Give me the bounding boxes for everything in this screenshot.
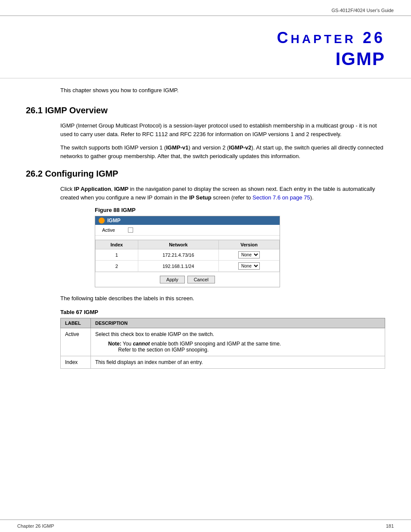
igmp-row1-index: 1 [96, 249, 138, 261]
chapter-label: CHAPTER 26 [26, 29, 385, 47]
igmp-col-version: Version [219, 240, 280, 249]
igmp-active-row: Active [95, 225, 280, 236]
desc-col-label: LABEL [61, 318, 91, 328]
page-header: GS-4012F/4024 User's Guide [0, 0, 411, 16]
igmp-active-checkbox[interactable] [128, 227, 133, 233]
note-bold: Note: [108, 341, 121, 347]
igmp-row-1: 1 172.21.4.73/16 None v1 v2 [96, 249, 280, 261]
desc-index-desc: This field displays an index number of a… [91, 356, 385, 368]
igmp-tab-label: IGMP [107, 218, 121, 224]
table-label: Table 67 IGMP [60, 309, 385, 315]
footer-left: Chapter 26 IGMP [17, 523, 54, 529]
para1-end2: screen (refer to [212, 194, 252, 201]
desc-active-desc: Select this check box to enable IGMP on … [91, 328, 385, 356]
section1-igmp-v1: IGMP-v1 [166, 144, 188, 151]
igmp-row1-version: None v1 v2 [219, 249, 280, 261]
section2-para1: Click IP Application, IGMP in the naviga… [60, 185, 385, 202]
apply-button[interactable]: Apply [160, 276, 185, 283]
igmp-row2-version: None v1 v2 [219, 261, 280, 272]
cancel-button[interactable]: Cancel [187, 276, 215, 283]
page: GS-4012F/4024 User's Guide CHAPTER 26 IG… [0, 0, 411, 532]
para1-start: Click [60, 186, 74, 192]
main-content: This chapter shows you how to configure … [0, 87, 411, 395]
desc-row-active: Active Select this check box to enable I… [61, 328, 385, 356]
desc-row-index: Index This field displays an index numbe… [61, 356, 385, 368]
section-link[interactable]: Section 7.6 on page 75 [252, 194, 310, 201]
section1-body: IGMP (Internet Group Multicast Protocol)… [60, 121, 385, 160]
description-table: LABEL DESCRIPTION Active Select this che… [60, 318, 385, 369]
chapter-word: CHAPTER 26 [277, 29, 385, 47]
figure-label: Figure 88 IGMP [95, 207, 385, 213]
section1-igmp-v2: IGMP-v2 [229, 144, 251, 151]
igmp-screen-header: IGMP [95, 216, 280, 225]
igmp-row2-index: 2 [96, 261, 138, 272]
igmp-data-table: Index Network Version 1 172.21.4.73/16 N… [95, 240, 280, 272]
igmp-spacer [95, 236, 280, 240]
section1-para2-mid: ) and version 2 ( [188, 144, 229, 151]
desc-active-label: Active [61, 328, 91, 356]
igmp-tab-icon [99, 218, 105, 224]
footer-right: 181 [386, 523, 394, 529]
para1-bold3: IP Setup [189, 194, 212, 201]
section2-heading: 26.2 Configuring IGMP [26, 169, 385, 179]
igmp-row1-network: 172.21.4.73/16 [138, 249, 218, 261]
section1-heading: 26.1 IGMP Overview [26, 106, 385, 115]
para1-mid: , [111, 186, 114, 192]
intro-text: This chapter shows you how to configure … [60, 87, 385, 93]
igmp-screen: IGMP Active Index Network Version [95, 216, 280, 287]
igmp-row-2: 2 192.168.1.1/24 None v1 v2 [96, 261, 280, 272]
desc-col-desc: DESCRIPTION [91, 318, 385, 328]
chapter-title: IGMP [26, 49, 385, 69]
figure-label-text: Figure 88 IGMP [95, 207, 136, 213]
chapter-area: CHAPTER 26 IGMP [0, 16, 411, 78]
para1-close: ). [310, 194, 314, 201]
section-link-text: Section 7.6 on page 75 [252, 194, 310, 201]
igmp-col-network: Network [138, 240, 218, 249]
header-text: GS-4012F/4024 User's Guide [331, 8, 394, 13]
section1-para2-start: The switch supports both IGMP version 1 … [60, 144, 166, 151]
igmp-buttons: Apply Cancel [95, 272, 280, 287]
note-text1: You [123, 341, 133, 347]
section1-para2: The switch supports both IGMP version 1 … [60, 143, 385, 160]
para1-bold2: IGMP [114, 186, 128, 192]
igmp-active-label: Active [102, 227, 128, 233]
page-footer: Chapter 26 IGMP 181 [0, 520, 411, 532]
igmp-row1-version-select[interactable]: None v1 v2 [238, 251, 260, 258]
note-box: Note: You cannot enable both IGMP snoopi… [108, 341, 380, 353]
section2-body: Click IP Application, IGMP in the naviga… [60, 185, 385, 369]
desc-active-text: Select this check box to enable IGMP on … [95, 331, 214, 337]
note-cannot: cannot [133, 341, 149, 347]
igmp-col-index: Index [96, 240, 138, 249]
igmp-row2-network: 192.168.1.1/24 [138, 261, 218, 272]
desc-index-label: Index [61, 356, 91, 368]
after-figure-text: The following table describes the labels… [60, 294, 385, 303]
para1-bold1: IP Application [74, 186, 111, 192]
section1-para1: IGMP (Internet Group Multicast Protocol)… [60, 121, 385, 138]
igmp-row2-version-select[interactable]: None v1 v2 [238, 262, 260, 270]
